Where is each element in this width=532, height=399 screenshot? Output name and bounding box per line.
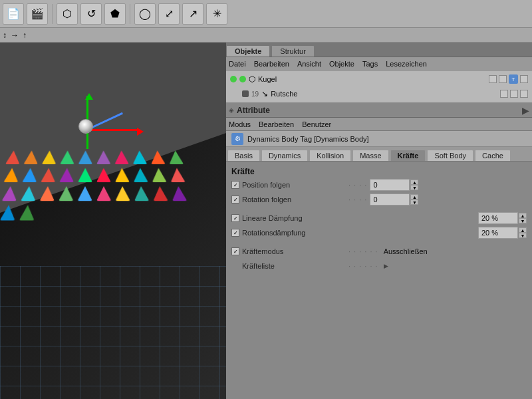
attr-menubar: Modus Bearbeiten Benutzer	[226, 118, 532, 131]
objects-list: ⬡ Kugel T 19 ↘ Rutsche	[226, 70, 532, 103]
object-kugel[interactable]: ⬡ Kugel T	[226, 72, 532, 86]
spinner-position-folgen[interactable]: ▲ ▼	[410, 180, 418, 190]
object-rutsche[interactable]: 19 ↘ Rutsche	[226, 86, 532, 101]
menu-ansicht[interactable]: Ansicht	[297, 60, 321, 68]
cb-position-folgen[interactable]: ✓	[231, 181, 239, 189]
kugel-icon: ⬡	[249, 74, 255, 84]
dynamics-tag-icon: ⚙	[231, 133, 243, 145]
rotate-icon[interactable]: ↺	[80, 3, 102, 25]
attr-tabs: Basis Dynamics Kollision Masse Kräfte So…	[226, 147, 532, 162]
menu-bearbeiten-1[interactable]: Bearbeiten	[254, 60, 289, 68]
tab-struktur[interactable]: Struktur	[271, 45, 315, 57]
dots-position-folgen: · · · ·	[348, 181, 367, 189]
axis-y-arrow	[85, 93, 93, 100]
tab-dynamics[interactable]: Dynamics	[261, 150, 308, 161]
sphere-icon[interactable]: ◯	[134, 3, 156, 25]
prop-rotationsdaempfung: ✓ Rotationsdämpfung 20 % ▲ ▼	[226, 225, 532, 240]
label-position-folgen: Position folgen	[242, 181, 348, 189]
prop-lineare-daempfung: ✓ Lineare Dämpfung 20 % ▲ ▼	[226, 211, 532, 225]
axis-x-arrow	[137, 128, 144, 136]
tag-label: Dynamics Body Tag [Dynamics Body]	[247, 135, 369, 143]
tag-row: ⚙ Dynamics Body Tag [Dynamics Body]	[226, 131, 532, 147]
cb-rotation-folgen[interactable]: ✓	[231, 196, 239, 203]
spinner-up-lineare[interactable]: ▲	[519, 213, 527, 218]
spinner-up-rotation[interactable]: ▲	[410, 194, 418, 200]
star-icon[interactable]: ✳	[206, 3, 227, 25]
rutsche-number: 19	[251, 90, 259, 98]
cube-icon[interactable]: ⬡	[57, 3, 78, 25]
dots-kraefteliste: · · · · · ·	[348, 262, 378, 270]
move-icon[interactable]: ↕	[3, 31, 7, 40]
kraefteliste-arrow[interactable]: ▶	[384, 263, 388, 269]
menu-datei[interactable]: Datei	[229, 60, 246, 68]
spinner-rotation-folgen[interactable]: ▲ ▼	[410, 194, 418, 205]
deform-icon[interactable]: ⤢	[158, 3, 180, 25]
input-rotationsdaempfung[interactable]: 20 %	[478, 227, 518, 239]
spinner-up-position[interactable]: ▲	[410, 180, 418, 185]
attr-header-icon: ◈	[229, 106, 234, 114]
label-rotationsdaempfung: Rotationsdämpfung	[242, 229, 348, 237]
rutsche-check2[interactable]	[510, 90, 518, 98]
val-kraeftemodus: Ausschließen	[381, 247, 428, 255]
spinner-rotationsdaempfung[interactable]: ▲ ▼	[519, 227, 527, 238]
separator-2	[130, 4, 130, 24]
kugel-check1[interactable]	[489, 75, 497, 83]
spinner-down-rotdamp[interactable]: ▼	[519, 233, 527, 238]
collapse-arrow[interactable]: ▶	[522, 105, 529, 116]
kugel-check2[interactable]	[499, 75, 507, 83]
attr-section: ◈ Attribute ▶ Modus Bearbeiten Benutzer …	[226, 103, 532, 399]
spinner-lineare-daempfung[interactable]: ▲ ▼	[519, 213, 527, 223]
input-lineare-daempfung[interactable]: 20 %	[478, 212, 518, 224]
properties-panel: Kräfte ✓ Position folgen · · · · 0 ▲ ▼	[226, 162, 532, 399]
translate-icon[interactable]: →	[11, 31, 19, 40]
tab-basis[interactable]: Basis	[227, 150, 260, 161]
attr-header: ◈ Attribute ▶	[226, 103, 532, 118]
obj-dot2-kugel	[239, 76, 246, 82]
input-rotation-folgen[interactable]: 0	[370, 194, 410, 205]
panel-menubar: Datei Bearbeiten Ansicht Objekte Tags Le…	[226, 57, 532, 70]
viewport[interactable]	[0, 43, 226, 399]
document-icon[interactable]: 📄	[3, 3, 24, 25]
menu-tags[interactable]: Tags	[362, 60, 378, 68]
attr-menu-bearbeiten[interactable]: Bearbeiten	[259, 120, 294, 128]
tab-soft-body[interactable]: Soft Body	[427, 150, 473, 161]
spinner-down-rotation[interactable]: ▼	[410, 200, 418, 205]
input-position-folgen[interactable]: 0	[370, 179, 410, 191]
cb-rotationsdaempfung[interactable]: ✓	[231, 229, 239, 237]
up-icon[interactable]: ↑	[23, 31, 27, 40]
kugel-tag[interactable]: T	[509, 74, 518, 84]
sub-toolbar: ↕ → ↑	[0, 28, 532, 43]
dots-kraeftemodus: · · · · · ·	[348, 247, 378, 255]
rutsche-check1[interactable]	[500, 90, 508, 98]
rutsche-check3[interactable]	[520, 90, 528, 98]
attr-menu-benutzer[interactable]: Benutzer	[302, 120, 331, 128]
mesh-icon[interactable]: ⬟	[104, 3, 126, 25]
kugel-check3[interactable]	[520, 75, 528, 83]
sphere-object[interactable]	[78, 119, 93, 134]
tab-objekte[interactable]: Objekte	[226, 45, 270, 57]
rutsche-label: Rutsche	[271, 90, 297, 98]
tab-kraefte[interactable]: Kräfte	[390, 150, 426, 161]
main-toolbar: 📄 🎬 ⬡ ↺ ⬟ ◯ ⤢ ↗ ✳	[0, 0, 532, 28]
obj-dot-rutsche	[242, 90, 249, 97]
tab-cache[interactable]: Cache	[475, 150, 511, 161]
spinner-down-position[interactable]: ▼	[410, 185, 418, 190]
menu-objekte[interactable]: Objekte	[329, 60, 354, 68]
separator-1	[52, 4, 53, 24]
tab-kollision[interactable]: Kollision	[309, 150, 351, 161]
obj-dot-kugel	[230, 76, 237, 82]
cb-lineare-daempfung[interactable]: ✓	[231, 214, 239, 222]
arrow-icon[interactable]: ↗	[182, 3, 203, 25]
spinner-up-rotdamp[interactable]: ▲	[519, 227, 527, 233]
spinner-down-lineare[interactable]: ▼	[519, 218, 527, 223]
prop-kraeftemodus: ✓ Kräftemodus · · · · · · Ausschließen	[226, 244, 532, 259]
axis-x	[86, 129, 140, 131]
menu-lesezeichen[interactable]: Lesezeichen	[386, 60, 427, 68]
attr-menu-modus[interactable]: Modus	[229, 120, 251, 128]
empty-area	[226, 273, 532, 393]
film-icon[interactable]: 🎬	[27, 3, 48, 25]
label-kraeftemodus: Kräftemodus	[242, 247, 348, 255]
cb-kraeftemodus[interactable]: ✓	[231, 247, 239, 255]
val-lineare-daempfung: 20 %	[481, 214, 498, 222]
tab-masse[interactable]: Masse	[352, 150, 388, 161]
